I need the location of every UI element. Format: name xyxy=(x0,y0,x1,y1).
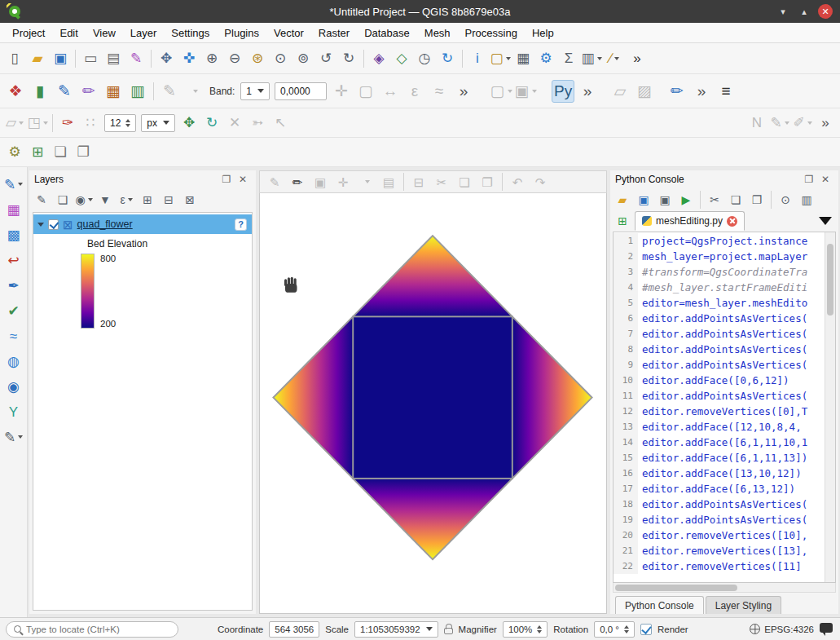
code-line-4[interactable]: 4#mesh_layer.startFrameEditi xyxy=(614,280,825,295)
code-line-14[interactable]: 14editor.addFace([6,1,11,10,1 xyxy=(614,435,825,450)
show-bookmarks-icon[interactable]: ▥ xyxy=(581,48,602,69)
run-script-icon[interactable]: ▶ xyxy=(676,190,696,210)
new-memory-layer-icon[interactable]: ▦ xyxy=(102,80,125,103)
menu-view[interactable]: View xyxy=(86,24,123,42)
measure-line-icon[interactable]: ∕ xyxy=(604,48,625,69)
zoom-next-icon[interactable]: ↻ xyxy=(338,48,359,69)
pan-to-selection-icon[interactable]: ✜ xyxy=(178,48,200,69)
tab-close-icon[interactable] xyxy=(727,216,737,227)
scrollbar-thumb[interactable] xyxy=(827,244,833,316)
new-spatialite-layer-icon[interactable]: ✏ xyxy=(77,80,100,103)
render-checkbox[interactable] xyxy=(640,624,652,635)
menu-raster[interactable]: Raster xyxy=(311,24,357,42)
tab-list-dropdown-icon[interactable] xyxy=(819,217,832,225)
digitizing-tools-icon[interactable]: ✎ xyxy=(3,174,24,195)
refresh-icon[interactable]: ↻ xyxy=(437,48,458,69)
dock-tab-layer-styling[interactable]: Layer Styling xyxy=(706,596,781,614)
plugins-overflow-icon[interactable]: » xyxy=(576,80,599,103)
code-line-20[interactable]: 20editor.removeVertices([10], xyxy=(614,527,825,543)
add-group-icon[interactable]: ❏ xyxy=(53,190,73,210)
remove-layer-icon[interactable]: ⊠ xyxy=(180,190,200,210)
coordinate-input[interactable]: 564 3056 xyxy=(269,621,319,638)
toolbar3-overflow-icon[interactable]: » xyxy=(815,113,836,134)
open-project-icon[interactable]: ▰ xyxy=(27,48,48,69)
metasearch-icon[interactable]: ◍ xyxy=(3,351,24,372)
new-shapefile-layer-icon[interactable]: ✎ xyxy=(53,80,76,103)
layers-edit-icon[interactable]: ❐ xyxy=(73,142,94,163)
zoom-to-layer-icon[interactable]: ⊚ xyxy=(292,48,314,69)
panel-float-icon[interactable]: ❐ xyxy=(219,172,234,187)
menu-edit[interactable]: Edit xyxy=(52,24,85,42)
horizontal-scrollbar[interactable] xyxy=(613,583,836,593)
menu-processing[interactable]: Processing xyxy=(458,24,525,42)
layer-name[interactable]: quad_flower xyxy=(77,218,133,230)
code-line-6[interactable]: 6editor.addPointsAsVertices( xyxy=(614,311,825,326)
menu-project[interactable]: Project xyxy=(5,24,52,42)
annotation-pen-icon[interactable]: ✒ xyxy=(3,275,24,296)
layers-duplicate-icon[interactable]: ❏ xyxy=(50,142,71,163)
code-line-16[interactable]: 16editor.addFace([13,10,12]) xyxy=(614,466,825,481)
scale-combo[interactable]: 1:1053059392 xyxy=(354,621,438,638)
menu-settings[interactable]: Settings xyxy=(164,24,217,42)
copy-icon[interactable]: ❏ xyxy=(726,190,745,210)
window-close-icon[interactable]: ✕ xyxy=(818,4,833,19)
menu-help[interactable]: Help xyxy=(525,24,561,42)
manage-map-themes-icon[interactable]: ◉ xyxy=(74,190,94,210)
code-line-21[interactable]: 21editor.removeVertices([13], xyxy=(614,543,825,558)
layer-visibility-checkbox[interactable] xyxy=(48,219,59,230)
edit-annotation-icon[interactable]: ✏ xyxy=(666,80,688,103)
code-line-19[interactable]: 19editor.addPointsAsVertices( xyxy=(614,512,825,527)
open-attribute-table-icon[interactable]: ▦ xyxy=(512,48,534,69)
add-mesh-layer-icon[interactable]: ⊞ xyxy=(27,142,48,163)
crs-button[interactable]: EPSG:4326 xyxy=(750,624,814,634)
object-inspector-icon[interactable]: ▥ xyxy=(797,190,816,210)
menu-plugins[interactable]: Plugins xyxy=(217,24,266,42)
code-lines[interactable]: 1project=QgsProject.instance2mesh_layer=… xyxy=(614,232,825,582)
spinner-arrows-icon[interactable] xyxy=(537,625,542,633)
messages-icon[interactable] xyxy=(820,623,833,633)
georeferencer-icon[interactable]: ▩ xyxy=(3,224,24,245)
unit-combo[interactable]: px xyxy=(141,114,175,132)
rotate-annotation-icon[interactable]: ↻ xyxy=(201,113,222,134)
zoom-full-icon[interactable]: ⊛ xyxy=(247,48,268,69)
code-line-2[interactable]: 2mesh_layer=project.mapLayer xyxy=(614,249,825,264)
open-script-icon[interactable]: ▰ xyxy=(613,190,632,210)
python-console-icon[interactable]: Py xyxy=(552,80,574,103)
layout-manager-icon[interactable]: ▤ xyxy=(103,48,124,69)
move-annotation-icon[interactable]: ✥ xyxy=(178,113,200,134)
geometry-checker-icon[interactable]: ✔ xyxy=(3,300,24,321)
cut-icon[interactable]: ✂ xyxy=(705,190,724,210)
style-manager-icon[interactable]: ✎ xyxy=(125,48,147,69)
spinner-arrows-icon[interactable] xyxy=(624,625,629,633)
zoom-to-selection-icon[interactable]: ⊙ xyxy=(270,48,291,69)
band-value-box[interactable]: 0,0000 xyxy=(275,82,327,100)
panel-close-icon[interactable]: ✕ xyxy=(235,172,250,187)
mesh-calculator-icon[interactable]: ⚙ xyxy=(4,142,25,163)
new-print-layout-icon[interactable]: ▭ xyxy=(80,48,101,69)
mesh-overflow-icon[interactable]: » xyxy=(452,80,475,103)
new-layer-tools-icon[interactable]: ✎ xyxy=(3,426,24,448)
map-canvas[interactable] xyxy=(259,193,607,614)
code-line-12[interactable]: 12editor.removeVertices([0],T xyxy=(614,404,825,419)
panel-close-icon[interactable]: ✕ xyxy=(818,172,833,187)
code-line-22[interactable]: 22editor.removeVertices([11] xyxy=(614,558,825,574)
web-services-icon[interactable]: ◉ xyxy=(3,376,24,397)
code-line-15[interactable]: 15editor.addFace([6,1,11,13]) xyxy=(614,450,825,466)
code-line-5[interactable]: 5editor=mesh_layer.meshEdito xyxy=(614,295,825,311)
annotations-overflow-icon[interactable]: » xyxy=(690,80,713,103)
code-line-3[interactable]: 3#transform=QgsCoordinateTra xyxy=(614,264,825,280)
band-combo[interactable]: 1 xyxy=(240,82,270,100)
locate-search[interactable] xyxy=(6,621,178,638)
new-geopackage-layer-icon[interactable]: ▮ xyxy=(29,80,51,103)
locate-input[interactable] xyxy=(26,625,170,634)
new-map-view-icon[interactable]: ◇ xyxy=(391,48,412,69)
save-as-script-icon[interactable]: ▣ xyxy=(655,190,675,210)
panel-float-icon[interactable]: ❐ xyxy=(802,172,816,187)
annotation-color-icon[interactable]: ✑ xyxy=(57,113,78,134)
code-line-13[interactable]: 13editor.addFace([12,10,8,4, xyxy=(614,419,825,435)
filter-by-expression-icon[interactable]: ε xyxy=(117,190,136,210)
layer-indicator-badge[interactable]: ? xyxy=(235,218,247,231)
topology-checker-icon[interactable]: Y xyxy=(3,401,24,422)
editor-tab-mesh-editing[interactable]: meshEditing.py xyxy=(635,211,745,231)
new-editor-tab-icon[interactable]: ⊞ xyxy=(614,212,631,230)
